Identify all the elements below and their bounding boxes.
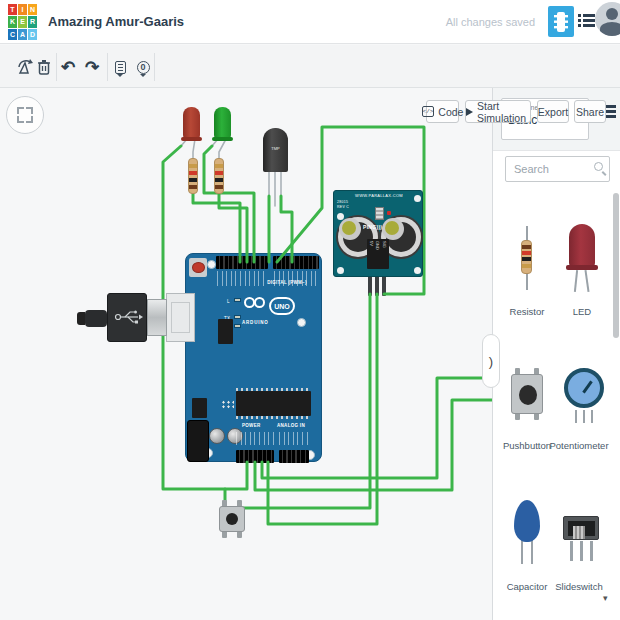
wire-layer — [0, 88, 492, 620]
list-icon — [578, 14, 595, 17]
panel-scrollbar[interactable] — [613, 193, 619, 338]
parallax-url-label: WWW.PARALLAX.COM — [342, 193, 416, 198]
part-number-label: 28015 — [337, 200, 348, 204]
list-icon — [578, 24, 595, 27]
red-led[interactable] — [183, 107, 200, 140]
wire-red-led-gnd[interactable] — [163, 146, 247, 489]
annotations-toggle-button[interactable]: 0 — [131, 53, 155, 81]
start-simulation-button[interactable]: Start Simulation — [465, 100, 531, 123]
notes-icon — [115, 61, 126, 74]
component-item-slideswitch[interactable] — [562, 516, 602, 562]
toolbar-separator — [154, 53, 155, 81]
crystal — [375, 207, 384, 220]
pot-knob — [582, 380, 592, 393]
sensor-hole — [337, 267, 344, 274]
logo-tile: C — [8, 29, 17, 40]
component-label: Slideswitch — [549, 581, 609, 592]
component-label: Potentiometer — [549, 440, 609, 451]
usb-cable-tip — [77, 312, 85, 325]
toolbar: ↶ ↷ 0 </> Code Start Simulation Export — [0, 45, 620, 88]
avatar-head — [606, 8, 618, 20]
resistor-band — [189, 178, 197, 182]
logo-tile: R — [28, 16, 37, 27]
led-lead — [584, 270, 589, 292]
sensor-hole — [414, 195, 421, 202]
switch-slot — [568, 521, 595, 536]
notes-button[interactable] — [108, 53, 132, 81]
led-thumbnail — [569, 224, 595, 268]
resistor-1[interactable] — [188, 158, 198, 194]
pushbutton-thumbnail — [511, 374, 543, 414]
ping-name-label: PING))) — [363, 224, 382, 230]
component-item-pushbutton[interactable] — [510, 368, 544, 420]
pot-leg — [591, 410, 593, 423]
green-led[interactable] — [214, 107, 231, 140]
circuits-mode-button[interactable] — [548, 6, 574, 37]
tinkercad-logo[interactable]: T I N K E R C A D — [8, 4, 37, 40]
resistor-2[interactable] — [214, 158, 224, 194]
capacitor-lead — [521, 540, 523, 564]
breadboard-icon — [551, 9, 571, 35]
resistor-band — [522, 264, 531, 268]
design-title[interactable]: Amazing Amur-Gaaris — [48, 14, 184, 29]
trash-icon — [37, 59, 51, 75]
pushbutton[interactable] — [219, 506, 245, 532]
wire-resistor-1[interactable] — [193, 194, 240, 262]
component-item-led[interactable] — [565, 224, 599, 294]
led-lead — [574, 270, 578, 292]
component-item-resistor[interactable] — [517, 226, 537, 290]
export-button[interactable]: Export — [537, 100, 569, 123]
resistor-band — [522, 245, 531, 249]
ping-ultrasonic-sensor[interactable]: WWW.PARALLAX.COM 28015 REV C PING))) 5V … — [333, 190, 423, 277]
resistor-band — [189, 171, 197, 175]
redo-button[interactable]: ↷ — [80, 53, 104, 81]
search-field — [505, 156, 610, 182]
pin-label-5v: 5V — [369, 241, 374, 267]
pushbutton-cap[interactable] — [226, 513, 238, 525]
switch-leg — [570, 541, 573, 561]
potentiometer-thumbnail — [564, 368, 604, 408]
component-item-potentiometer[interactable] — [562, 366, 606, 424]
resistor-band — [215, 185, 223, 189]
panel-collapse-handle[interactable]: ) — [482, 334, 500, 388]
sensor-hole — [414, 267, 421, 274]
components-panel: Components Basic ▼ Resistor — [492, 88, 620, 620]
led-lead — [219, 139, 226, 158]
pin-connector: 5V GND SIG — [367, 239, 389, 269]
avatar-body — [600, 22, 620, 36]
share-button[interactable]: Share — [574, 100, 606, 123]
led-lead — [193, 139, 195, 158]
delete-button[interactable] — [33, 53, 55, 81]
resistor-band — [522, 257, 531, 261]
scroll-more-icon[interactable]: ▾ — [603, 593, 608, 603]
design-list-button[interactable] — [578, 14, 595, 30]
annotation-count-badge: 0 — [137, 61, 150, 74]
pin-label-sig: SIG — [382, 241, 387, 267]
capacitor-lead — [531, 540, 533, 564]
logo-tile: D — [28, 29, 37, 40]
component-label: Capacitor — [497, 581, 557, 592]
list-icon — [578, 19, 595, 22]
switch-leg — [580, 541, 583, 561]
circuit-canvas[interactable]: DIGITAL (PWM~) L UNO TX RX ARDUINO POWER… — [0, 88, 492, 620]
component-item-capacitor[interactable] — [513, 500, 541, 564]
usb-trident-icon — [108, 294, 146, 341]
rotate-icon — [17, 59, 34, 76]
pot-leg — [583, 410, 585, 423]
code-button[interactable]: </> Code — [426, 100, 459, 123]
header-bar: T I N K E R C A D Amazing Amur-Gaaris Al… — [0, 0, 620, 44]
undo-button[interactable]: ↶ — [56, 53, 80, 81]
logo-tile: E — [18, 16, 27, 27]
rev-label: REV C — [337, 205, 349, 209]
tinkercad-circuits-app: T I N K E R C A D Amazing Amur-Gaaris Al… — [0, 0, 620, 620]
pot-leg — [575, 410, 577, 423]
resistor-band — [215, 164, 223, 168]
tmp36-sensor[interactable]: TMP — [263, 128, 288, 172]
switch-leg — [590, 541, 593, 561]
resistor-band — [189, 164, 197, 168]
capacitor-thumbnail — [514, 500, 540, 542]
user-avatar[interactable] — [595, 2, 620, 36]
usb-cable — [85, 310, 107, 327]
usb-plug[interactable] — [107, 293, 147, 342]
wire-sensor-to-button[interactable] — [240, 294, 370, 508]
